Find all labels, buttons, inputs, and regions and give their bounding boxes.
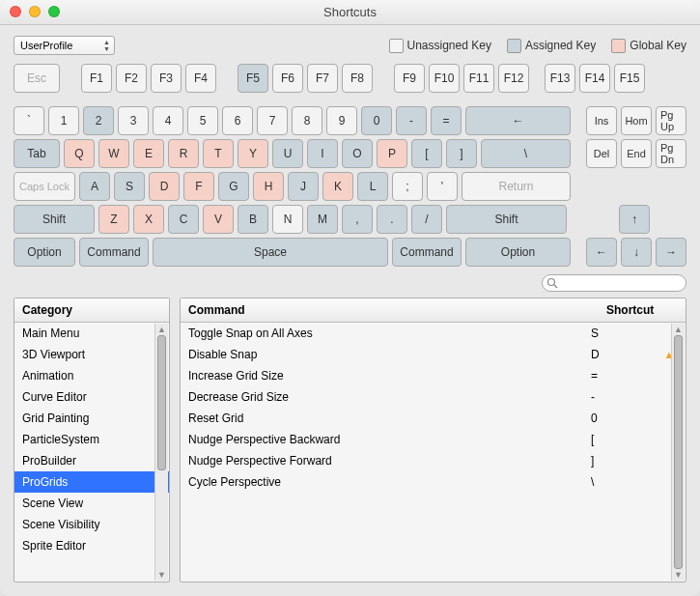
command-row[interactable]: Nudge Perspective Forward]	[181, 450, 686, 471]
scroll-up-icon[interactable]: ▲	[672, 324, 685, 335]
key-t[interactable]: T	[203, 139, 234, 168]
key-f13[interactable]: F13	[545, 64, 575, 93]
key-1[interactable]: 1	[48, 106, 79, 135]
command-row[interactable]: Toggle Snap on All AxesS	[181, 323, 686, 344]
key-0[interactable]: 0	[361, 106, 392, 135]
key-l[interactable]: L	[357, 172, 388, 201]
key-end[interactable]: End	[621, 139, 652, 168]
key-z[interactable]: Z	[98, 205, 129, 234]
key-f6[interactable]: F6	[272, 64, 303, 93]
key-7[interactable]: 7	[257, 106, 288, 135]
scroll-up-icon[interactable]: ▲	[155, 324, 168, 335]
close-icon[interactable]	[10, 6, 21, 17]
key-lcommand[interactable]: Command	[79, 238, 149, 267]
key-f2[interactable]: F2	[116, 64, 147, 93]
key-s[interactable]: S	[114, 172, 145, 201]
key-f8[interactable]: F8	[342, 64, 373, 93]
key-left[interactable]: ←	[586, 238, 617, 267]
key-i[interactable]: I	[307, 139, 338, 168]
scroll-down-icon[interactable]: ▼	[155, 569, 168, 581]
category-row[interactable]: Animation	[14, 365, 169, 386]
key-y[interactable]: Y	[238, 139, 268, 168]
key-b[interactable]: B	[238, 205, 268, 234]
key-o[interactable]: O	[342, 139, 373, 168]
command-row[interactable]: Decrease Grid Size-	[181, 386, 686, 408]
key-home[interactable]: Hom	[621, 106, 652, 135]
command-row[interactable]: Nudge Perspective Backward[	[181, 429, 686, 450]
key-9[interactable]: 9	[326, 106, 357, 135]
key-f5[interactable]: F5	[238, 64, 268, 93]
key-return[interactable]: Return	[462, 172, 571, 201]
key-pgup[interactable]: Pg Up	[656, 106, 686, 135]
key-minus[interactable]: -	[396, 106, 427, 135]
key-k[interactable]: K	[322, 172, 353, 201]
key-c[interactable]: C	[168, 205, 199, 234]
key-3[interactable]: 3	[118, 106, 149, 135]
key-2[interactable]: 2	[83, 106, 114, 135]
key-esc[interactable]: Esc	[14, 64, 60, 93]
key-ins[interactable]: Ins	[586, 106, 617, 135]
key-m[interactable]: M	[307, 205, 338, 234]
key-rb[interactable]: ]	[446, 139, 477, 168]
key-equals[interactable]: =	[431, 106, 462, 135]
category-row[interactable]: Sprite Editor	[14, 535, 169, 556]
key-f10[interactable]: F10	[429, 64, 460, 93]
scroll-thumb[interactable]	[674, 335, 683, 569]
key-d[interactable]: D	[149, 172, 180, 201]
category-row[interactable]: ProBuilder	[14, 450, 169, 471]
key-4[interactable]: 4	[153, 106, 183, 135]
key-6[interactable]: 6	[222, 106, 253, 135]
key-5[interactable]: 5	[187, 106, 218, 135]
key-loption[interactable]: Option	[14, 238, 75, 267]
profile-select[interactable]: UserProfile ▲▼	[14, 36, 115, 55]
key-f12[interactable]: F12	[498, 64, 529, 93]
key-n[interactable]: N	[272, 205, 303, 234]
category-scrollbar[interactable]: ▲ ▼	[154, 324, 168, 581]
key-backslash[interactable]: \	[481, 139, 571, 168]
key-lb[interactable]: [	[411, 139, 442, 168]
key-u[interactable]: U	[272, 139, 303, 168]
key-h[interactable]: H	[253, 172, 284, 201]
minimize-icon[interactable]	[29, 6, 41, 17]
key-v[interactable]: V	[203, 205, 234, 234]
key-comma[interactable]: ,	[342, 205, 373, 234]
key-space[interactable]: Space	[153, 238, 388, 267]
key-w[interactable]: W	[98, 139, 129, 168]
key-x[interactable]: X	[133, 205, 164, 234]
key-a[interactable]: A	[79, 172, 110, 201]
key-down[interactable]: ↓	[621, 238, 652, 267]
key-tab[interactable]: Tab	[14, 139, 60, 168]
key-rshift[interactable]: Shift	[446, 205, 567, 234]
key-q[interactable]: Q	[64, 139, 95, 168]
category-row[interactable]: Scene View	[14, 493, 169, 514]
search-input[interactable]	[542, 274, 686, 292]
key-slash[interactable]: /	[411, 205, 442, 234]
key-f7[interactable]: F7	[307, 64, 338, 93]
command-row[interactable]: Disable SnapD▲	[181, 344, 686, 365]
key-rcommand[interactable]: Command	[392, 238, 462, 267]
key-del[interactable]: Del	[586, 139, 617, 168]
category-row[interactable]: ProGrids	[14, 471, 169, 493]
key-right[interactable]: →	[656, 238, 686, 267]
scroll-thumb[interactable]	[157, 335, 166, 470]
category-row[interactable]: 3D Viewport	[14, 344, 169, 365]
command-list[interactable]: Toggle Snap on All AxesSDisable SnapD▲In…	[181, 323, 686, 493]
command-row[interactable]: Cycle Perspective\	[181, 471, 686, 493]
key-p[interactable]: P	[377, 139, 407, 168]
category-row[interactable]: Main Menu	[14, 323, 169, 344]
key-r[interactable]: R	[168, 139, 199, 168]
key-g[interactable]: G	[218, 172, 249, 201]
key-f15[interactable]: F15	[614, 64, 645, 93]
key-e[interactable]: E	[133, 139, 164, 168]
category-row[interactable]: Curve Editor	[14, 386, 169, 408]
category-row[interactable]: Grid Painting	[14, 408, 169, 429]
key-semicolon[interactable]: ;	[392, 172, 423, 201]
key-f11[interactable]: F11	[463, 64, 494, 93]
key-capslock[interactable]: Caps Lock	[14, 172, 75, 201]
key-f1[interactable]: F1	[81, 64, 112, 93]
zoom-icon[interactable]	[48, 6, 60, 17]
key-roption[interactable]: Option	[465, 238, 571, 267]
key-period[interactable]: .	[377, 205, 407, 234]
key-up[interactable]: ↑	[619, 205, 650, 234]
category-row[interactable]: Scene Visibility	[14, 514, 169, 535]
